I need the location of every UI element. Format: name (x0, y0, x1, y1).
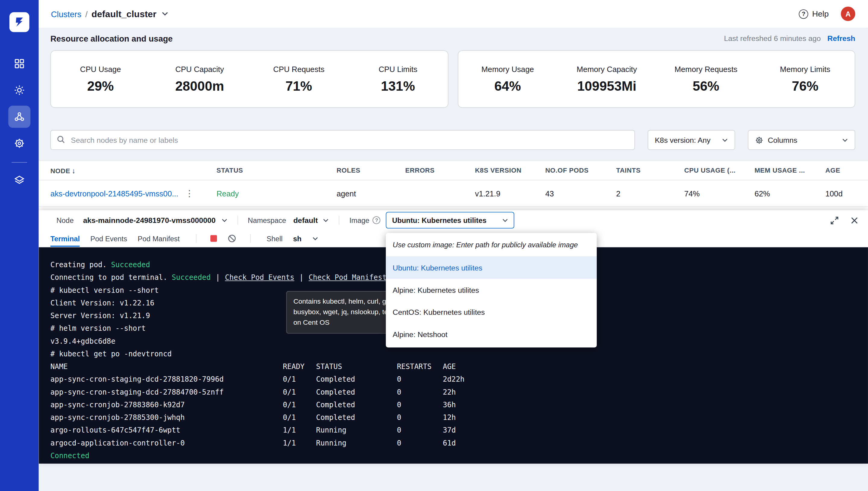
image-option-centos[interactable]: CentOS: Kubernetes utilites (386, 301, 597, 323)
node-status: Ready (216, 189, 337, 198)
image-option-netshoot[interactable]: Alpine: Netshoot (386, 323, 597, 345)
divider (237, 216, 238, 224)
shell-select-chevron-icon[interactable] (312, 236, 318, 240)
node-link[interactable]: aks-devtronpool-21485495-vmss00... (50, 189, 178, 198)
namespace-select-chevron-icon[interactable] (323, 219, 329, 222)
tab-pod-manifest[interactable]: Pod Manifest (138, 230, 179, 247)
pods-list-row: app-sync-cronjob-27883860-k92d70/1Comple… (50, 398, 857, 411)
divider (339, 216, 339, 224)
image-select-value: Ubuntu: Kubernetes utilites (392, 216, 498, 224)
metric-value: 64% (494, 78, 521, 94)
nodes-toolbar: K8s version: Any Columns (39, 130, 868, 150)
sort-desc-icon: ↓ (72, 166, 76, 175)
search-input[interactable] (50, 130, 635, 150)
memory-capacity-metric: Memory Capacity 109953Mi (557, 64, 656, 94)
image-option-ubuntu[interactable]: Ubuntu: Kubernetes utilites (386, 257, 597, 279)
column-header-k8s-version[interactable]: K8S VERSION (475, 167, 545, 174)
column-header-status[interactable]: STATUS (216, 167, 337, 174)
breadcrumb-current-cluster: default_cluster (91, 8, 157, 19)
pods-list-row: argocd-application-controller-01/1Runnin… (50, 436, 857, 449)
layers-icon (14, 175, 25, 186)
tab-terminal[interactable]: Terminal (50, 230, 80, 247)
gear-icon (14, 138, 25, 149)
cluster-nodes-icon (14, 111, 25, 122)
column-header-pods[interactable]: NO.OF PODS (545, 167, 616, 174)
check-pod-manifest-link[interactable]: Check Pod Manifest (309, 273, 387, 282)
sidebar-item-global-config[interactable] (8, 132, 30, 154)
node-label: Node (56, 216, 74, 224)
memory-limits-metric: Memory Limits 76% (756, 64, 855, 94)
terminal-panel: Node aks-mainnode-24981970-vmss000000 Na… (39, 210, 868, 464)
page-title: Resource allocation and usage (50, 34, 173, 43)
help-button[interactable]: ? Help (799, 9, 829, 18)
metric-label: Memory Limits (780, 64, 830, 73)
node-select-chevron-icon[interactable] (221, 219, 227, 222)
avatar[interactable]: A (841, 7, 855, 21)
image-help-icon[interactable]: ? (373, 216, 381, 224)
cpu-capacity-metric: CPU Capacity 28000m (150, 64, 249, 94)
table-row: aks-devtronpool-21485495-vmss00... ⋮ Rea… (39, 180, 868, 207)
metric-label: Memory Capacity (577, 64, 637, 73)
metric-value: 28000m (175, 78, 224, 94)
stop-terminal-icon[interactable] (210, 235, 217, 242)
terminal-line: # kubectl get po -ndevtroncd (50, 347, 857, 360)
column-header-mem-usage[interactable]: MEM USAGE ... (754, 167, 825, 174)
image-option-custom[interactable]: Use custom image: Enter path for publicl… (386, 233, 597, 257)
column-header-roles[interactable]: ROLES (337, 167, 405, 174)
namespace-label: Namespace (248, 216, 286, 224)
column-header-cpu-usage[interactable]: CPU USAGE (... (684, 167, 754, 174)
topbar-right: ? Help A (799, 7, 855, 21)
row-menu-kebab-icon[interactable]: ⋮ (185, 188, 194, 199)
image-dropdown: Use custom image: Enter path for publicl… (386, 233, 597, 347)
column-header-taints[interactable]: TAINTS (616, 167, 684, 174)
cluster-switch-chevron-icon[interactable] (162, 12, 168, 16)
node-taints: 2 (616, 189, 684, 198)
terminal-panel-header: Node aks-mainnode-24981970-vmss000000 Na… (39, 210, 868, 230)
node-cpu-usage: 74% (684, 189, 754, 198)
memory-requests-metric: Memory Requests 56% (656, 64, 756, 94)
node-pods: 43 (545, 189, 616, 198)
column-header-node[interactable]: NODE↓ (50, 166, 216, 175)
cpu-usage-metric: CPU Usage 29% (51, 64, 150, 94)
metric-label: CPU Usage (80, 64, 121, 73)
image-option-alpine[interactable]: Alpine: Kubernetes utilites (386, 279, 597, 301)
refresh-button[interactable]: Refresh (827, 34, 855, 43)
k8s-version-filter[interactable]: K8s version: Any (648, 130, 735, 150)
expand-panel-icon[interactable] (830, 216, 839, 224)
column-header-errors[interactable]: ERRORS (405, 167, 475, 174)
selected-node[interactable]: aks-mainnode-24981970-vmss000000 (83, 216, 216, 224)
memory-metrics-card: Memory Usage 64% Memory Capacity 109953M… (457, 50, 855, 108)
image-select-wrap: Ubuntu: Kubernetes utilites Use custom i… (386, 212, 514, 228)
metric-cards: CPU Usage 29% CPU Capacity 28000m CPU Re… (39, 43, 868, 108)
help-label: Help (812, 9, 829, 18)
cpu-requests-metric: CPU Requests 71% (249, 64, 348, 94)
close-panel-icon[interactable] (851, 216, 858, 224)
devtron-logo-icon[interactable] (9, 12, 29, 32)
image-select[interactable]: Ubuntu: Kubernetes utilites (386, 212, 514, 228)
breadcrumb-clusters-link[interactable]: Clusters (51, 9, 81, 18)
metric-value: 71% (285, 78, 312, 94)
top-bar: Clusters / default_cluster ? Help A (39, 0, 868, 28)
metric-label: CPU Limits (379, 64, 417, 73)
clear-terminal-icon[interactable] (227, 234, 236, 243)
check-pod-events-link[interactable]: Check Pod Events (225, 273, 295, 282)
shell-select-value[interactable]: sh (293, 234, 302, 243)
table-header-row: NODE↓ STATUS ROLES ERRORS K8S VERSION NO… (39, 161, 868, 180)
metric-label: CPU Requests (273, 64, 324, 73)
cpu-limits-metric: CPU Limits 131% (348, 64, 448, 94)
columns-selector[interactable]: Columns (748, 130, 855, 150)
pods-list-header: NAMEREADYSTATUSRESTARTSAGE (50, 360, 857, 373)
image-label: Image (349, 216, 369, 224)
tab-pod-events[interactable]: Pod Events (90, 230, 127, 247)
sidebar-item-stack[interactable] (8, 169, 30, 191)
sidebar-item-app-store[interactable] (8, 79, 30, 101)
memory-usage-metric: Memory Usage 64% (458, 64, 557, 94)
sidebar-item-resource-browser[interactable] (8, 106, 30, 128)
column-header-age[interactable]: AGE (825, 167, 855, 174)
sidebar-item-applications[interactable] (8, 52, 30, 75)
selected-namespace[interactable]: default (293, 216, 318, 224)
pods-list-row: argo-rollouts-647c547f47-6wptt1/1Running… (50, 424, 857, 436)
last-refreshed-text: Last refreshed 6 minutes ago (724, 34, 821, 43)
metric-value: 56% (693, 78, 719, 94)
chevron-down-icon (502, 219, 508, 222)
